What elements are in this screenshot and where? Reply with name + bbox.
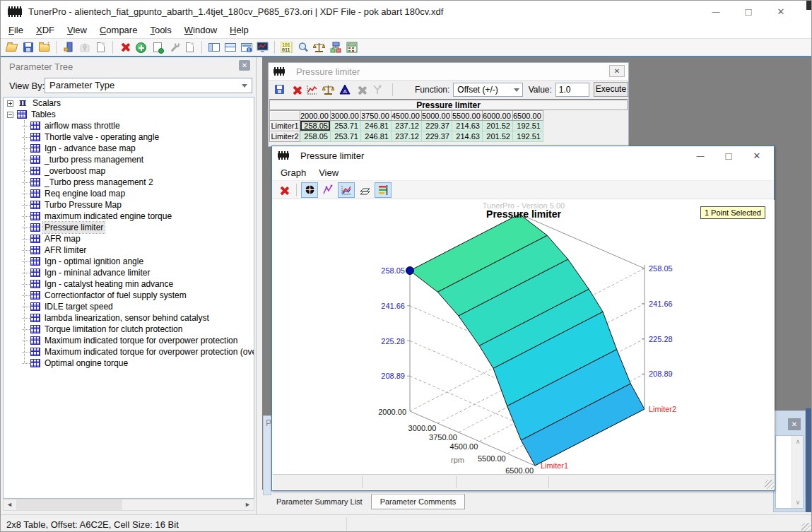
column-header[interactable]: 5000.00 (422, 110, 452, 121)
surface-3d-icon[interactable] (356, 182, 373, 198)
hidden-panel-close-icon[interactable] (788, 418, 801, 430)
flowchart-icon[interactable] (327, 40, 343, 55)
tree-item-maximum-indicated-torque-for-overpower-protection[interactable]: Maximum indicated torque for overpower p… (4, 335, 254, 346)
resize-grip[interactable] (765, 480, 774, 489)
tab-parameter-comments[interactable]: Parameter Comments (371, 494, 466, 509)
tree-item-turbo-press-management[interactable]: _turbo press management (4, 154, 254, 165)
tree-item-ign-catalyst-heating-min-advance[interactable]: Ign - catalyst heating min advance (4, 278, 254, 290)
tree-item-maximum-indicated-engine-torque[interactable]: maximum indicated engine torque (4, 211, 254, 222)
maximize-button[interactable] (732, 1, 765, 22)
open-folder-up-icon[interactable] (36, 40, 52, 55)
export-icon[interactable] (76, 40, 93, 55)
panel-splitter[interactable] (257, 57, 262, 514)
scroll-up-icon[interactable] (792, 436, 804, 447)
graph-menu-item-view[interactable]: View (312, 165, 345, 180)
calculator-icon[interactable] (343, 40, 360, 55)
table-cell[interactable]: 237.12 (392, 131, 422, 142)
monitor-chart-icon[interactable] (254, 40, 271, 55)
collapse-icon[interactable] (7, 112, 13, 118)
minimize-button[interactable] (700, 1, 732, 22)
table-cell[interactable]: 214.63 (452, 121, 483, 131)
import-icon[interactable] (60, 40, 76, 55)
scrollbar-thumb[interactable] (16, 500, 122, 510)
menu-item-help[interactable]: Help (223, 23, 255, 37)
tree-item-lambda-linearization-sensor-behind-catalyst[interactable]: lambda linearization, sensor behind cata… (4, 312, 254, 324)
graph-window-titlebar[interactable]: Pressure limiter (272, 146, 774, 165)
tree-item-thortle-valve-operating-angle[interactable]: Thortle valve - operating angle (4, 131, 254, 143)
tree-horizontal-scrollbar[interactable] (3, 499, 254, 511)
save-icon[interactable] (20, 40, 36, 55)
tree-item-pressure-limiter[interactable]: Pressure limiter (4, 222, 254, 233)
compare-base-icon[interactable]: A (336, 82, 353, 97)
view-by-select[interactable]: Parameter Type (45, 78, 252, 93)
line-chart-icon[interactable] (338, 182, 355, 198)
menu-item-window[interactable]: Window (178, 23, 223, 37)
split-view-icon[interactable] (222, 40, 238, 55)
column-header[interactable]: 5500.00 (452, 110, 483, 121)
column-header[interactable]: 6000.00 (483, 110, 513, 121)
table-window-close-icon[interactable] (609, 65, 625, 77)
pan-select-icon[interactable] (301, 182, 318, 198)
column-header[interactable]: 6500.00 (513, 110, 543, 121)
tree-item-ign-advance-base-map[interactable]: Ign - advance base map (4, 143, 254, 154)
tree-item-turbo-pressure-map[interactable]: Turbo Pressure Map (4, 199, 254, 211)
trace-line-icon[interactable] (319, 182, 336, 198)
table-cell[interactable]: 253.71 (331, 131, 361, 142)
row-header-limiter2[interactable]: Limiter2 (269, 131, 300, 142)
tree-item-scalars[interactable]: Scalars (4, 97, 254, 109)
table-cell[interactable]: 214.63 (452, 131, 483, 142)
table-cell[interactable]: 258.05 (300, 131, 331, 142)
table-cell[interactable]: 201.52 (483, 121, 513, 131)
column-header[interactable]: 3000.00 (331, 110, 361, 121)
graph-maximize-button[interactable] (714, 146, 743, 165)
row-header-limiter1[interactable]: Limiter1 (269, 121, 300, 131)
column-header[interactable]: 3750.00 (361, 110, 392, 121)
copy-add-icon[interactable] (149, 40, 165, 55)
compare-scales-icon[interactable] (311, 40, 327, 55)
new-file-icon[interactable] (93, 40, 109, 55)
table-cell[interactable]: 229.37 (422, 121, 452, 131)
color-bands-icon[interactable] (375, 182, 392, 198)
tree-item-ign-mininal-advance-limiter[interactable]: Ign - mininal advance limiter (4, 267, 254, 278)
column-header[interactable]: 4500.00 (392, 110, 422, 121)
table-cell[interactable]: 192.51 (513, 131, 543, 142)
function-select[interactable]: Offset (+/-) (453, 83, 522, 97)
vertical-scrollbar[interactable] (792, 436, 803, 508)
tree-item-correctionfactor-of-fuel-supply-system[interactable]: Correctionfactor of fuel supply system (4, 290, 254, 301)
tree-item-ign-optimal-ignition-angle[interactable]: Ign - optimal ignition angle (4, 256, 254, 267)
menu-item-file[interactable]: File (2, 23, 30, 37)
menu-item-xdf[interactable]: XDF (30, 23, 61, 37)
table-cell[interactable]: 237.12 (392, 121, 422, 131)
tree-item-idle-target-speed[interactable]: IDLE target speed (4, 301, 254, 312)
tools-wrench-icon[interactable] (165, 40, 182, 55)
tab-parameter-summary-list[interactable]: Parameter Summary List (268, 495, 371, 509)
table-cell[interactable]: 229.37 (422, 131, 452, 142)
scroll-right-icon[interactable] (242, 500, 254, 510)
tree-item-overboost-map[interactable]: _overboost map (4, 165, 254, 177)
tree-item-tables[interactable]: Tables (4, 109, 254, 120)
graph-view-icon[interactable] (304, 82, 320, 97)
table-cell[interactable]: 192.51 (513, 121, 543, 131)
menu-item-view[interactable]: View (61, 23, 93, 37)
execute-button[interactable]: Execute (594, 82, 628, 97)
graph-menu-item-graph[interactable]: Graph (274, 165, 312, 180)
graph-close-button[interactable] (743, 146, 771, 165)
value-input[interactable] (555, 83, 589, 97)
tree-item-afr-limiter[interactable]: AFR limiter (4, 244, 254, 256)
parameter-view-icon[interactable] (206, 40, 222, 55)
binary-editor-icon[interactable]: 101011 (278, 40, 295, 55)
panel-close-icon[interactable] (239, 60, 250, 71)
blank-page-icon[interactable] (182, 40, 198, 55)
delete-icon[interactable] (117, 40, 133, 55)
column-header[interactable]: 2000.00 (300, 110, 331, 121)
tree-item-turbo-press-management-2[interactable]: _Turbo press management 2 (4, 177, 254, 188)
table-window-titlebar[interactable]: Pressure limiter (269, 63, 628, 80)
tree-item-torque-limitation-for-clutch-protection[interactable]: Torque limitation for clutch protection (4, 324, 254, 335)
table-cell[interactable]: 253.71 (331, 121, 361, 131)
table-cell[interactable]: 258.05 (300, 121, 331, 131)
tree-item-optimal-ongine-torque[interactable]: Optimal ongine torque (4, 357, 254, 369)
graph-minimize-button[interactable] (686, 146, 714, 165)
tree-item-maximum-indicated-torque-for-overpower-protection-overbo[interactable]: Maximum indicated torque for overpower p… (4, 346, 254, 357)
tree-item-airflow-mass-throttle[interactable]: airflow mass throttle (4, 120, 254, 131)
compare-scales-icon[interactable] (320, 82, 336, 97)
